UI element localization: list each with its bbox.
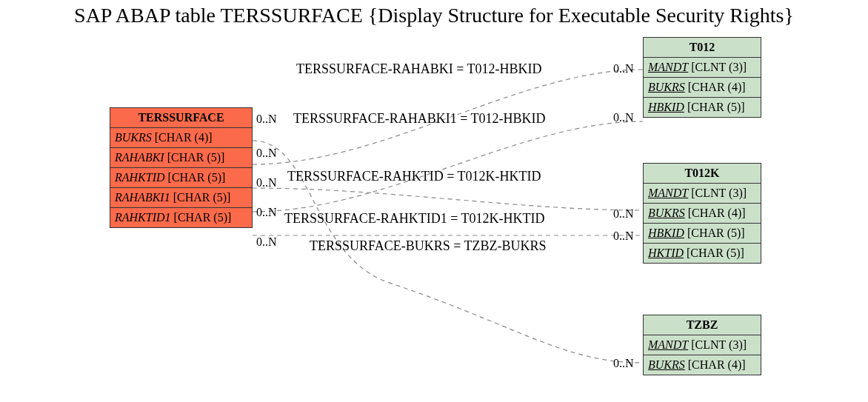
card-left-e3: 0..N [256, 176, 277, 190]
field-rahabki: RAHABKI [CHAR (5)] [110, 148, 252, 168]
page-title: SAP ABAP table TERSSURFACE {Display Stru… [0, 4, 868, 27]
card-left-e5: 0..N [256, 147, 277, 160]
field-bukrs: BUKRS [CHAR (4)] [110, 128, 252, 148]
card-right-e3: 0..N [613, 207, 634, 221]
card-left-e4: 0..N [256, 206, 277, 219]
edge-label-5: TERSSURFACE-BUKRS = TZBZ-BUKRS [310, 238, 547, 254]
field-rahabki1: RAHABKI1 [CHAR (5)] [110, 188, 252, 208]
edge-label-1: TERSSURFACE-RAHABKI = T012-HBKID [296, 61, 542, 77]
t012-field-bukrs: BUKRS [CHAR (4)] [644, 78, 761, 98]
edge-label-2: TERSSURFACE-RAHABKI1 = T012-HBKID [293, 111, 546, 127]
entity-tzbz: TZBZ MANDT [CLNT (3)] BUKRS [CHAR (4)] [643, 315, 761, 375]
card-left-e1: 0..N [256, 235, 277, 249]
t012k-field-hktid: HKTID [CHAR (5)] [644, 244, 761, 263]
card-right-e5: 0..N [613, 357, 634, 370]
edge-label-3: TERSSURFACE-RAHKTID = T012K-HKTID [287, 169, 541, 184]
t012k-field-hbkid: HBKID [CHAR (5)] [644, 224, 761, 244]
t012k-field-mandt: MANDT [CLNT (3)] [644, 184, 761, 204]
entity-t012k: T012K MANDT [CLNT (3)] BUKRS [CHAR (4)] … [643, 163, 761, 264]
entity-terssurface: TERSSURFACE BUKRS [CHAR (4)] RAHABKI [CH… [110, 107, 253, 228]
t012k-field-bukrs: BUKRS [CHAR (4)] [644, 204, 761, 224]
card-right-e2: 0..N [613, 111, 634, 124]
entity-t012k-header: T012K [644, 164, 761, 184]
entity-t012-header: T012 [644, 38, 761, 58]
field-rahktid: RAHKTID [CHAR (5)] [110, 168, 252, 188]
card-right-e1: 0..N [613, 62, 634, 76]
entity-t012: T012 MANDT [CLNT (3)] BUKRS [CHAR (4)] H… [643, 37, 761, 118]
t012-field-mandt: MANDT [CLNT (3)] [644, 58, 761, 78]
diagram-stage: SAP ABAP table TERSSURFACE {Display Stru… [0, 0, 868, 402]
t012-field-hbkid: HBKID [CHAR (5)] [644, 98, 761, 117]
card-left-e2: 0..N [256, 113, 277, 126]
entity-tzbz-header: TZBZ [644, 315, 761, 335]
entity-terssurface-header: TERSSURFACE [110, 108, 252, 128]
edge-label-4: TERSSURFACE-RAHKTID1 = T012K-HKTID [284, 211, 544, 227]
field-rahktid1: RAHKTID1 [CHAR (5)] [110, 208, 252, 227]
card-right-e4: 0..N [613, 230, 634, 243]
tzbz-field-bukrs: BUKRS [CHAR (4)] [644, 355, 761, 375]
tzbz-field-mandt: MANDT [CLNT (3)] [644, 335, 761, 355]
